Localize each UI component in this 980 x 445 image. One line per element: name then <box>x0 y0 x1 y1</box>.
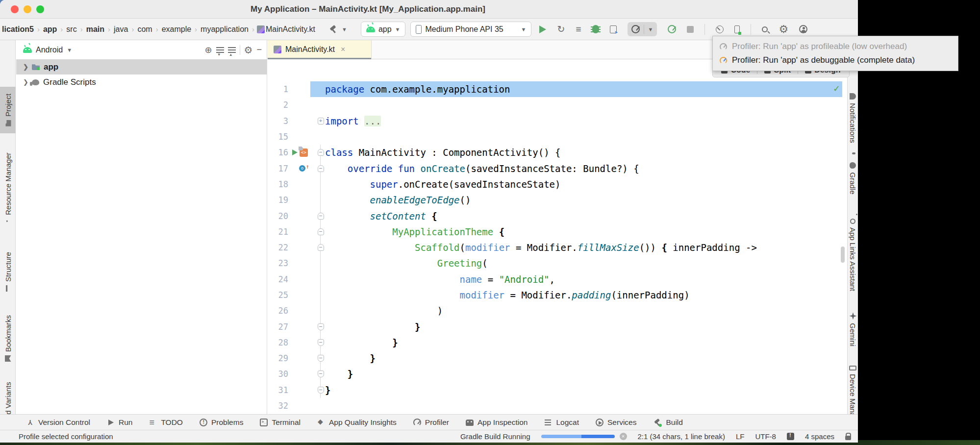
breadcrumb-item[interactable]: MainActivity.kt <box>265 25 316 34</box>
kotlin-class-icon[interactable]: <> <box>300 148 308 157</box>
code-line[interactable]: 22− Scaffold(modifier = Modifier.fillMax… <box>268 240 847 255</box>
sidebar-item-bookmarks[interactable]: Bookmarks <box>0 311 16 366</box>
tool-window-button-terminal[interactable]: Terminal <box>260 418 301 427</box>
sidebar-item-gradle[interactable]: Gradle <box>848 154 858 203</box>
tool-window-button-version-control[interactable]: Version Control <box>26 418 90 427</box>
profiler-menu-item[interactable]: Profiler: Run 'app' as profileable (low … <box>713 40 958 53</box>
code-line[interactable]: 31−} <box>268 382 847 398</box>
tool-window-button-todo[interactable]: TODO <box>149 418 183 427</box>
close-tab-icon[interactable]: × <box>341 45 345 54</box>
build-icon[interactable] <box>329 25 338 34</box>
fold-marker[interactable]: − <box>318 165 324 172</box>
breadcrumb-item[interactable]: src <box>65 25 77 34</box>
editor-scrollbar-thumb[interactable] <box>841 247 845 263</box>
profiler-menu-item[interactable]: Profiler: Run 'app' as debuggable (compl… <box>713 54 958 67</box>
breadcrumb-item[interactable]: example <box>161 25 192 34</box>
indent-setting[interactable]: 4 spaces <box>805 432 834 441</box>
running-devices-icon[interactable] <box>734 25 740 33</box>
tool-window-button-app-quality-insights[interactable]: App Quality Insights <box>317 418 397 427</box>
tool-window-button-app-inspection[interactable]: App Inspection <box>466 418 528 427</box>
project-view-selector[interactable]: Android <box>36 46 63 54</box>
chevron-right-icon[interactable]: ❯ <box>23 78 28 86</box>
profiler-chevron-down-icon[interactable]: ▼ <box>648 26 653 32</box>
build-chevron-down-icon[interactable]: ▼ <box>342 26 347 32</box>
code-line[interactable]: 18 super.onCreate(savedInstanceState) <box>268 176 847 192</box>
cancel-build-icon[interactable]: × <box>620 433 627 440</box>
sidebar-item-resource-manager[interactable]: Resource Manager <box>0 149 16 225</box>
code-line[interactable]: 26 ) <box>268 303 847 319</box>
tool-window-button-problems[interactable]: Problems <box>200 418 243 427</box>
code-line[interactable]: 15 <box>268 129 847 145</box>
chevron-right-icon[interactable]: ❯ <box>23 63 28 71</box>
tool-window-button-build[interactable]: Build <box>653 418 682 427</box>
breadcrumb-item[interactable]: java <box>113 25 129 34</box>
code-editor[interactable]: 1package com.example.myapplication23+imp… <box>268 59 847 414</box>
code-line[interactable]: 24 name = "Android", <box>268 272 847 287</box>
run-line-icon[interactable] <box>292 149 298 155</box>
code-line[interactable]: 19 enableEdgeToEdge() <box>268 192 847 208</box>
code-line[interactable]: 3+import ... <box>268 113 847 129</box>
search-everywhere-icon[interactable] <box>762 26 768 32</box>
tool-window-button-services[interactable]: Services <box>596 418 636 427</box>
device-select[interactable]: Medium Phone API 35 ▼ <box>410 22 531 37</box>
code-line[interactable]: 25 modifier = Modifier.padding(innerPadd… <box>268 287 847 303</box>
breadcrumb-item[interactable]: com <box>136 25 153 34</box>
line-ending[interactable]: LF <box>736 432 745 441</box>
tree-row[interactable]: ❯app <box>16 59 267 74</box>
fold-marker[interactable]: − <box>318 355 324 362</box>
locate-file-icon[interactable]: ⊕ <box>204 45 212 55</box>
code-line[interactable]: 29− } <box>268 350 847 366</box>
tree-row[interactable]: ❯Gradle Scripts <box>16 74 267 90</box>
code-line[interactable]: 2 <box>268 97 847 113</box>
code-line[interactable]: 32 <box>268 398 847 414</box>
stop-button[interactable] <box>687 26 694 33</box>
breadcrumb-item[interactable]: app <box>42 25 58 34</box>
breadcrumb-item[interactable]: lication5 <box>1 25 35 34</box>
fold-marker[interactable]: − <box>318 371 324 377</box>
expand-all-icon[interactable] <box>216 47 224 53</box>
sidebar-item-structure[interactable]: Structure <box>0 244 16 300</box>
mirror-device-icon[interactable] <box>716 25 724 33</box>
profile-debuggable-icon[interactable] <box>668 25 676 33</box>
chevron-down-icon[interactable]: ▼ <box>67 47 72 53</box>
overrides-method-icon[interactable]: o <box>299 165 305 172</box>
debug-button[interactable] <box>592 25 599 33</box>
profiler-button-pressed[interactable]: ▼ <box>628 22 657 36</box>
sidebar-item-project[interactable]: Project <box>0 87 16 133</box>
panel-options-gear-icon[interactable]: ⚙ <box>244 44 253 56</box>
file-encoding[interactable]: UTF-8 <box>755 432 776 441</box>
caret-position[interactable]: 2:1 (34 chars, 1 line break) <box>638 432 725 441</box>
sidebar-item-notifications[interactable]: Notifications <box>848 89 858 147</box>
code-line[interactable]: 27− } <box>268 319 847 334</box>
fold-marker[interactable]: − <box>318 244 324 251</box>
tool-window-button-logcat[interactable]: Logcat <box>544 418 579 427</box>
breadcrumb-item[interactable]: main <box>85 25 105 34</box>
run-configuration-select[interactable]: app ▼ <box>361 22 406 37</box>
fold-marker[interactable]: − <box>318 387 324 394</box>
fold-marker[interactable]: − <box>318 213 324 220</box>
tool-window-button-run[interactable]: Run <box>107 418 132 427</box>
code-line[interactable]: 23 Greeting( <box>268 255 847 271</box>
fold-marker[interactable]: + <box>318 118 324 124</box>
account-avatar[interactable] <box>799 25 807 33</box>
fold-marker[interactable]: − <box>318 149 324 156</box>
fold-marker[interactable]: − <box>318 339 324 346</box>
breadcrumb-item[interactable]: myapplication <box>200 25 250 34</box>
fold-marker[interactable]: − <box>318 228 324 235</box>
notification-icon[interactable] <box>787 433 794 440</box>
restart-activity-icon[interactable]: ↻ <box>557 25 565 34</box>
settings-gear-icon[interactable]: ⚙ <box>779 24 788 35</box>
sidebar-item-gemini[interactable]: Gemini <box>848 305 858 354</box>
hide-panel-icon[interactable]: − <box>256 45 262 55</box>
run-button[interactable] <box>539 25 546 33</box>
more-run-options-icon[interactable]: ≡ <box>576 25 581 34</box>
fold-marker[interactable]: − <box>318 323 324 330</box>
tab-mainactivity[interactable]: MainActivity.kt × <box>268 40 372 59</box>
sidebar-item-app-links-assistant[interactable]: App Links Assistant <box>848 213 858 297</box>
code-line[interactable]: 30− } <box>268 366 847 382</box>
lock-icon[interactable] <box>845 436 851 440</box>
code-line[interactable]: 21− MyApplicationTheme { <box>268 224 847 240</box>
code-line[interactable]: 28− } <box>268 335 847 350</box>
code-line[interactable]: 17o− override fun onCreate(savedInstance… <box>268 160 847 176</box>
code-line[interactable]: 16<>−class MainActivity : ComponentActiv… <box>268 145 847 160</box>
